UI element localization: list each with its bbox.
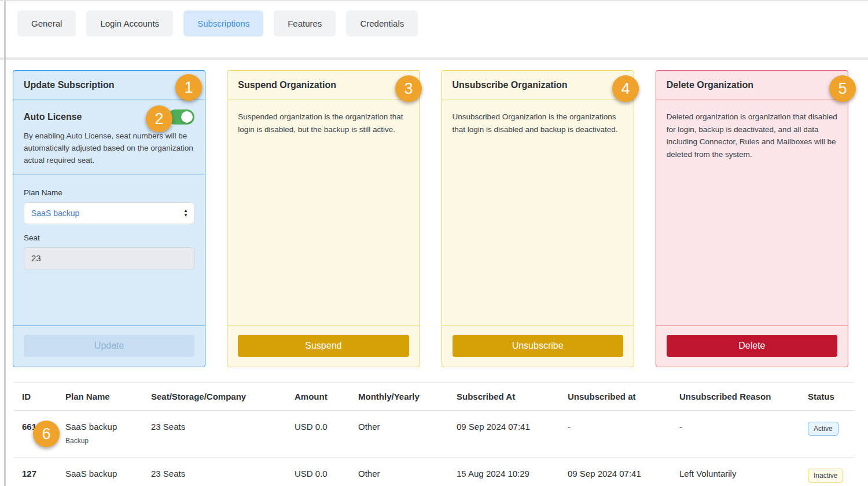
plan-name-select[interactable]: SaaS backup ▴ ▾ [24,202,194,224]
tab-login-accounts[interactable]: Login Accounts [86,10,173,36]
table-row: 661 SaaS backup Backup 23 Seats USD 0.0 … [14,411,855,458]
annotation-marker-6: 6 [33,421,60,447]
col-amount: Amount [286,383,350,411]
plan-form-section: Plan Name SaaS backup ▴ ▾ Seat 23 [13,174,205,326]
toggle-knob-icon [181,111,193,123]
seat-label: Seat [24,233,194,242]
delete-card-footer: Delete [656,326,848,367]
cell-plan-name: SaaS backup [57,458,143,486]
col-seat-storage-company: Seat/Storage/Company [143,383,286,411]
cell-monthly-yearly: Other [350,411,448,458]
unsubscribe-card-footer: Unsubscribe [442,326,634,367]
cell-id: 127 [14,458,57,486]
seat-input: 23 [24,247,194,269]
cell-unsubscribed-reason: - [671,411,800,458]
col-status: Status [800,383,855,411]
cell-subscribed-at: 09 Sep 2024 07:41 [448,411,560,458]
delete-organization-card: Delete Organization Deleted organization… [656,70,848,367]
status-badge: Active [808,422,838,436]
cell-subscribed-at: 15 Aug 2024 10:29 [448,458,560,486]
cell-status: Inactive [800,458,855,486]
unsubscribe-organization-card: Unsubscribe Organization Unsubscribed Or… [442,70,634,367]
cell-unsubscribed-at: - [560,411,671,458]
action-cards-row: Update Subscription Auto License By enab… [0,60,868,367]
annotation-marker-1: 1 [175,74,202,101]
window-left-border [4,1,6,486]
update-subscription-card: Update Subscription Auto License By enab… [13,70,205,367]
delete-button[interactable]: Delete [667,335,837,357]
plan-name-value: SaaS backup [31,209,79,218]
tab-subscriptions[interactable]: Subscriptions [183,10,263,36]
tab-features[interactable]: Features [274,10,336,36]
col-subscribed-at: Subscribed At [448,383,560,411]
annotation-marker-4: 4 [612,75,639,102]
col-unsubscribed-at: Unsubscribed at [560,383,671,411]
col-unsubscribed-reason: Unsubscribed Reason [671,383,800,411]
suspend-organization-description: Suspended organization is the organizati… [227,100,419,326]
unsubscribe-organization-description: Unsubscribed Organization is the organiz… [442,100,634,326]
suspend-button[interactable]: Suspend [238,335,409,357]
delete-organization-title: Delete Organization [656,71,848,100]
table-header-row: ID Plan Name Seat/Storage/Company Amount… [14,383,855,411]
unsubscribe-organization-title: Unsubscribe Organization [442,71,634,100]
subscriptions-page: General Login Accounts Subscriptions Fea… [0,0,868,486]
cell-seat-storage-company: 23 Seats [143,458,286,486]
cell-monthly-yearly: Other [350,458,448,486]
tab-credentials[interactable]: Credentials [346,10,418,36]
update-card-footer: Update [13,326,205,367]
annotation-marker-5: 5 [829,75,856,102]
tab-bar: General Login Accounts Subscriptions Fea… [0,1,868,57]
subscriptions-table: ID Plan Name Seat/Storage/Company Amount… [14,382,854,486]
cell-plan-name: SaaS backup Backup [57,411,143,458]
suspend-organization-card: Suspend Organization Suspended organizat… [227,70,420,367]
annotation-marker-3: 3 [395,75,422,102]
auto-license-description: By enabling Auto License, seat numbers w… [24,130,194,167]
plan-sub-label: Backup [65,437,138,445]
status-badge: Inactive [808,469,843,483]
cell-unsubscribed-at: 09 Sep 2024 07:41 [560,458,671,486]
cell-amount: USD 0.0 [286,411,350,458]
update-button: Update [24,335,194,357]
cell-status: Active [800,411,855,458]
unsubscribe-button[interactable]: Unsubscribe [453,335,623,357]
select-updown-icon: ▴ ▾ [185,209,187,217]
col-plan-name: Plan Name [57,383,143,411]
col-monthly-yearly: Monthly/Yearly [350,383,448,411]
suspend-organization-title: Suspend Organization [227,71,419,100]
table-row: 127 SaaS backup 23 Seats USD 0.0 Other 1… [14,458,855,486]
tab-general[interactable]: General [17,10,76,36]
cell-seat-storage-company: 23 Seats [143,411,286,458]
plan-name-label: Plan Name [24,188,194,197]
annotation-marker-2: 2 [146,105,172,132]
auto-license-label: Auto License [24,112,82,122]
auto-license-section: Auto License By enabling Auto License, s… [13,100,205,174]
col-id: ID [14,383,57,411]
cell-amount: USD 0.0 [286,458,350,486]
suspend-card-footer: Suspend [227,326,419,367]
delete-organization-description: Deleted organization is organization tha… [656,100,848,326]
cell-unsubscribed-reason: Left Voluntarily [671,458,800,486]
